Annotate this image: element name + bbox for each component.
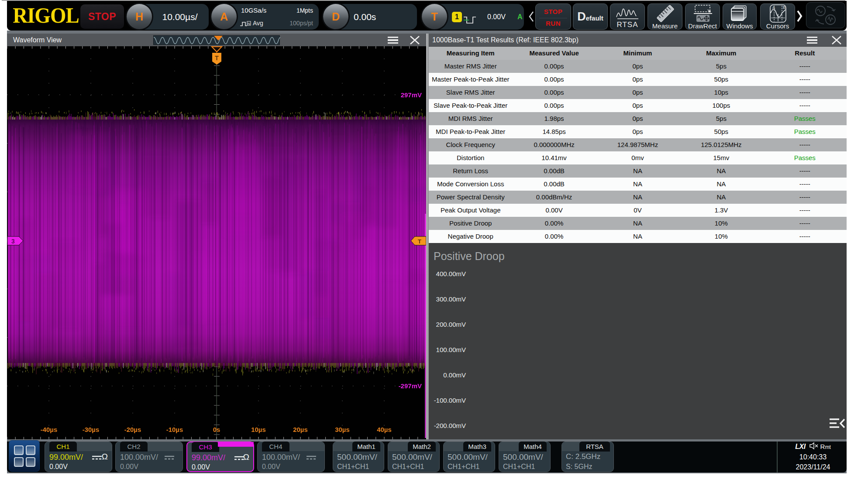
- svg-text:-30µs: -30µs: [83, 426, 100, 433]
- svg-text:-10µs: -10µs: [166, 426, 183, 433]
- svg-text:40µs: 40µs: [377, 426, 392, 433]
- svg-text:0s: 0s: [213, 426, 220, 433]
- svg-text:3: 3: [11, 238, 15, 245]
- svg-text:10µs: 10µs: [251, 426, 266, 433]
- svg-text:297mV: 297mV: [401, 91, 422, 99]
- svg-text:-297mV: -297mV: [399, 382, 422, 390]
- svg-text:N: N: [248, 22, 250, 26]
- svg-text:-20µs: -20µs: [124, 426, 141, 433]
- svg-text:20µs: 20µs: [293, 426, 308, 433]
- svg-text:-40µs: -40µs: [41, 426, 58, 433]
- svg-text:T: T: [215, 55, 219, 62]
- svg-text:B: B: [783, 5, 785, 10]
- svg-text:30µs: 30µs: [335, 426, 350, 433]
- svg-text:T: T: [418, 238, 421, 245]
